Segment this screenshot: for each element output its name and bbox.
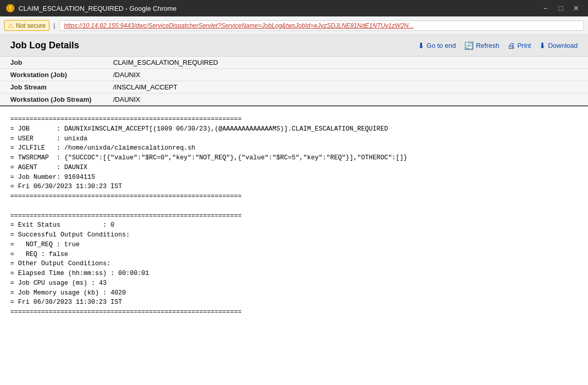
security-text: Not secure xyxy=(16,22,46,29)
maximize-button[interactable]: □ xyxy=(555,3,566,14)
metadata-value: /INSCLAIM_ACCEPT xyxy=(113,83,177,91)
metadata-label: Workstation (Job) xyxy=(10,71,113,79)
metadata-table: Job CLAIM_ESCALATION_REQUIRED Workstatio… xyxy=(0,57,588,106)
address-bar: ⚠ Not secure | https://10.14.82.155:9443… xyxy=(0,16,588,35)
page-content: Job Log Details ⬇ Go to end 🔄 Refresh 🖨 … xyxy=(0,35,588,325)
download-icon: ⬇ xyxy=(539,41,546,50)
metadata-label: Job Stream xyxy=(10,83,113,91)
log-content: ========================================… xyxy=(0,106,588,325)
metadata-row: Workstation (Job Stream) /DAUNIX xyxy=(0,94,588,105)
window-title: CLAIM_ESCALATION_REQUIRED - Google Chrom… xyxy=(19,5,540,12)
go-to-end-link[interactable]: ⬇ Go to end xyxy=(418,41,456,50)
metadata-row: Job CLAIM_ESCALATION_REQUIRED xyxy=(0,57,588,69)
metadata-label: Workstation (Job Stream) xyxy=(10,96,113,103)
security-badge: ⚠ Not secure xyxy=(4,20,49,31)
metadata-value: /DAUNIX xyxy=(113,96,140,103)
url-text: https://10.14.82.155:9443/dwc/ServiceDis… xyxy=(64,22,413,29)
url-bar[interactable]: https://10.14.82.155:9443/dwc/ServiceDis… xyxy=(59,21,584,31)
warning-icon: ⚠ xyxy=(8,22,14,29)
title-bar: ! CLAIM_ESCALATION_REQUIRED - Google Chr… xyxy=(0,0,588,16)
metadata-value: /DAUNIX xyxy=(113,71,140,79)
refresh-link[interactable]: 🔄 Refresh xyxy=(464,41,500,50)
header-actions: ⬇ Go to end 🔄 Refresh 🖨 Print ⬇ Download xyxy=(418,41,578,50)
browser-icon: ! xyxy=(6,4,14,12)
download-link[interactable]: ⬇ Download xyxy=(539,41,578,50)
page-title: Job Log Details xyxy=(10,40,79,51)
go-to-end-label: Go to end xyxy=(427,42,456,49)
go-to-end-icon: ⬇ xyxy=(418,41,425,50)
print-label: Print xyxy=(517,42,531,49)
metadata-row: Workstation (Job) /DAUNIX xyxy=(0,69,588,81)
page-header: Job Log Details ⬇ Go to end 🔄 Refresh 🖨 … xyxy=(0,35,588,57)
window-controls: − □ ✕ xyxy=(540,3,582,14)
separator: | xyxy=(53,22,55,29)
refresh-icon: 🔄 xyxy=(464,41,474,50)
download-label: Download xyxy=(548,42,578,49)
metadata-row: Job Stream /INSCLAIM_ACCEPT xyxy=(0,81,588,94)
close-button[interactable]: ✕ xyxy=(571,3,582,14)
metadata-value: CLAIM_ESCALATION_REQUIRED xyxy=(113,59,218,66)
metadata-label: Job xyxy=(10,59,113,66)
minimize-button[interactable]: − xyxy=(540,3,551,14)
print-icon: 🖨 xyxy=(507,41,515,50)
print-link[interactable]: 🖨 Print xyxy=(507,41,531,50)
refresh-label: Refresh xyxy=(476,42,500,49)
